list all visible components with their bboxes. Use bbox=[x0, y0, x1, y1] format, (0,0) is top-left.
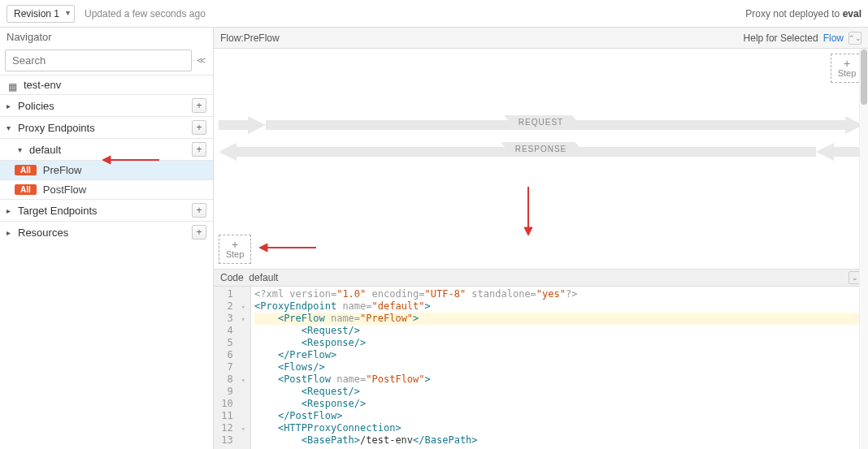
updated-timestamp: Updated a few seconds ago bbox=[85, 8, 206, 19]
deploy-status: Proxy not deployed to eval bbox=[745, 8, 861, 19]
tree-resources[interactable]: ▸ Resources + bbox=[0, 221, 213, 243]
scrollbar-thumb[interactable] bbox=[861, 50, 867, 105]
tree-default-endpoint[interactable]: ▾ default + bbox=[0, 138, 213, 160]
content-pane: Flow: PreFlow Help for Selected Flow ⌃⌄ … bbox=[214, 28, 868, 449]
tree-proxy-endpoints[interactable]: ▾ Proxy Endpoints + bbox=[0, 116, 213, 138]
add-policy-button[interactable]: + bbox=[192, 98, 206, 113]
chevron-down-icon: ▾ bbox=[18, 145, 28, 154]
code-gutter: 1 2 ▾3 ▾4 5 6 7 8 ▾9 10 11 12 ▾13 bbox=[214, 287, 251, 449]
file-icon bbox=[8, 80, 20, 90]
svg-marker-3 bbox=[524, 227, 532, 235]
annotation-arrow-icon bbox=[259, 242, 316, 256]
collapse-sidebar-icon[interactable]: ≪ bbox=[195, 54, 208, 67]
chevron-right-icon: ▸ bbox=[7, 101, 16, 110]
help-link[interactable]: Flow bbox=[823, 32, 844, 44]
proxy-endpoints-label: Proxy Endpoints bbox=[18, 122, 95, 134]
flow-title-prefix: Flow: bbox=[220, 32, 244, 44]
code-endpoint-label: default bbox=[249, 272, 278, 283]
chevron-right-icon: ▸ bbox=[7, 206, 16, 215]
step-label: Step bbox=[226, 249, 245, 259]
collapse-panel-icon[interactable]: ⌃⌄ bbox=[848, 32, 861, 45]
plus-icon: + bbox=[844, 58, 850, 68]
code-label: Code bbox=[220, 272, 244, 283]
help-label: Help for Selected bbox=[744, 32, 818, 44]
revision-select[interactable]: Revision 1 bbox=[7, 5, 75, 23]
postflow-label: PostFlow bbox=[43, 183, 86, 196]
request-label: REQUEST bbox=[504, 115, 578, 129]
tree-policies[interactable]: ▸ Policies + bbox=[0, 94, 213, 116]
navigator-sidebar: Navigator ≪ test-env ▸ Policies + ▾ Prox… bbox=[0, 28, 214, 449]
target-endpoints-label: Target Endpoints bbox=[18, 205, 98, 217]
add-target-endpoint-button[interactable]: + bbox=[192, 203, 206, 218]
add-proxy-endpoint-button[interactable]: + bbox=[192, 120, 206, 135]
add-request-step-button[interactable]: + Step bbox=[831, 54, 863, 83]
policies-label: Policies bbox=[18, 100, 54, 112]
add-flow-button[interactable]: + bbox=[192, 142, 206, 157]
tree-postflow[interactable]: All PostFlow bbox=[0, 179, 213, 199]
navigator-title: Navigator bbox=[0, 28, 213, 46]
all-badge: All bbox=[15, 184, 37, 195]
add-resource-button[interactable]: + bbox=[192, 225, 206, 240]
tree-root[interactable]: test-env bbox=[0, 75, 213, 94]
all-badge: All bbox=[15, 165, 37, 175]
chevron-right-icon: ▸ bbox=[7, 228, 16, 237]
top-bar: Revision 1 Updated a few seconds ago Pro… bbox=[0, 0, 868, 28]
default-label: default bbox=[29, 144, 61, 156]
response-label: RESPONSE bbox=[501, 142, 582, 156]
flow-title-name: PreFlow bbox=[244, 32, 280, 44]
chevron-down-icon: ▾ bbox=[7, 123, 16, 132]
root-label: test-env bbox=[24, 79, 61, 91]
tree-preflow[interactable]: All PreFlow bbox=[0, 160, 213, 179]
code-header: Code default ⌄ bbox=[214, 269, 868, 287]
plus-icon: + bbox=[232, 240, 238, 249]
tree-target-endpoints[interactable]: ▸ Target Endpoints + bbox=[0, 199, 213, 221]
add-response-step-button[interactable]: + Step bbox=[219, 235, 251, 264]
annotation-arrow-icon bbox=[523, 187, 534, 238]
code-body[interactable]: <?xml version="1.0" encoding="UTF-8" sta… bbox=[251, 287, 868, 449]
flow-canvas: + Step REQUEST RESPONSE + Step bbox=[214, 49, 868, 269]
svg-marker-1 bbox=[259, 244, 267, 252]
resources-label: Resources bbox=[18, 227, 68, 239]
search-input[interactable] bbox=[5, 50, 192, 71]
scrollbar[interactable] bbox=[859, 49, 868, 449]
preflow-label: PreFlow bbox=[43, 164, 82, 176]
code-editor[interactable]: 1 2 ▾3 ▾4 5 6 7 8 ▾9 10 11 12 ▾13 <?xml … bbox=[214, 287, 868, 449]
flow-header: Flow: PreFlow Help for Selected Flow ⌃⌄ bbox=[214, 28, 868, 49]
step-label: Step bbox=[838, 68, 857, 78]
